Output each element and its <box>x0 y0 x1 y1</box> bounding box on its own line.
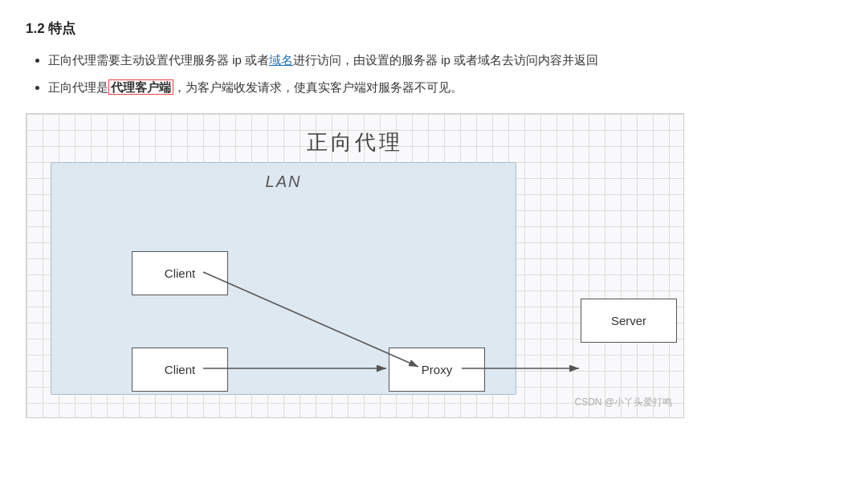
bullet2-text2: ，为客户端收发请求， <box>173 80 294 94</box>
bullet-list: 正向代理需要主动设置代理服务器 ip 或者域名进行访问，由设置的服务器 ip 或… <box>26 49 826 99</box>
bullet2-text3: 使真实客户端对服务器不可见。 <box>294 80 463 94</box>
bullet1-text2: 进行访问，由设置的服务器 ip 或者域名去访问内容并返回 <box>293 53 598 67</box>
watermark: CSDN @小丫头爱打鸣 <box>574 396 672 409</box>
bullet2-text1: 正向代理是 <box>48 80 108 94</box>
bullet1-text1: 正向代理需要主动设置代理服务器 ip 或者 <box>48 53 269 67</box>
client-bottom-label: Client <box>165 363 195 376</box>
bullet-item-1: 正向代理需要主动设置代理服务器 ip 或者域名进行访问，由设置的服务器 ip 或… <box>48 49 826 71</box>
bullet1-link[interactable]: 域名 <box>269 53 293 67</box>
diagram-title: 正向代理 <box>26 114 683 156</box>
client-top-box: Client <box>132 251 228 295</box>
client-bottom-box: Client <box>132 348 228 392</box>
bullet2-highlight: 代理客户端 <box>108 79 173 95</box>
proxy-label: Proxy <box>422 363 452 376</box>
section-title: 1.2 特点 <box>26 19 826 38</box>
server-label: Server <box>611 314 646 327</box>
server-box: Server <box>581 299 677 343</box>
client-top-label: Client <box>165 266 195 280</box>
diagram-container: 正向代理 LAN Client Client Proxy Server <box>26 113 684 418</box>
lan-label: LAN <box>266 173 302 191</box>
proxy-box: Proxy <box>389 348 485 392</box>
bullet-item-2: 正向代理是代理客户端，为客户端收发请求，使真实客户端对服务器不可见。 <box>48 76 826 99</box>
lan-box: LAN Client Client Proxy <box>51 162 516 395</box>
